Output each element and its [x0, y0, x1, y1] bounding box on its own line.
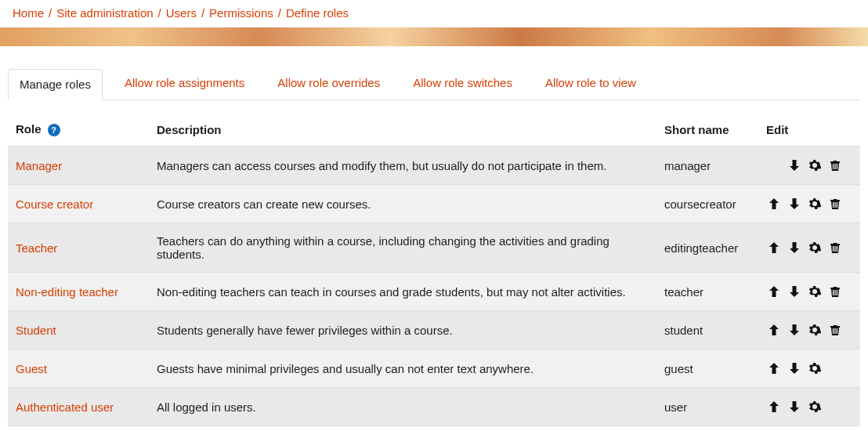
- table-row: ManagerManagers can access courses and m…: [8, 147, 860, 185]
- arrow-up-icon[interactable]: [766, 240, 782, 255]
- table-row: TeacherTeachers can do anything within a…: [8, 223, 860, 273]
- trash-icon[interactable]: [827, 322, 843, 338]
- arrow-down-icon[interactable]: [787, 399, 802, 415]
- role-edit-cell: [758, 388, 860, 426]
- gear-icon[interactable]: [807, 322, 823, 338]
- header-shortname: Short name: [656, 114, 758, 147]
- role-shortname: editingteacher: [656, 223, 758, 273]
- svg-rect-18: [837, 290, 837, 295]
- svg-marker-5: [790, 198, 799, 209]
- arrow-down-icon[interactable]: [787, 158, 802, 173]
- role-link[interactable]: Non-editing teacher: [16, 285, 118, 299]
- arrow-down-icon[interactable]: [787, 322, 802, 338]
- header-role: Role ?: [8, 114, 149, 147]
- role-link[interactable]: Manager: [16, 159, 62, 172]
- svg-marker-25: [790, 363, 799, 374]
- role-shortname: student: [656, 311, 758, 350]
- gear-icon[interactable]: [807, 399, 823, 415]
- svg-rect-6: [833, 202, 834, 208]
- arrow-down-icon[interactable]: [787, 360, 802, 376]
- role-link[interactable]: Authenticated user: [16, 400, 114, 414]
- role-link[interactable]: Course creator: [16, 197, 93, 211]
- svg-rect-2: [834, 164, 835, 169]
- svg-rect-8: [837, 202, 837, 208]
- tab-allow-role-to-view[interactable]: Allow role to view: [534, 68, 647, 98]
- svg-rect-7: [834, 202, 835, 208]
- arrow-up-icon[interactable]: [766, 196, 782, 212]
- svg-marker-15: [790, 286, 799, 297]
- tab-allow-role-overrides[interactable]: Allow role overrides: [266, 68, 391, 98]
- gear-icon[interactable]: [807, 360, 823, 376]
- table-row: Authenticated userAll logged in users.us…: [8, 388, 860, 426]
- course-banner: [0, 27, 868, 46]
- role-edit-cell: [758, 273, 860, 311]
- arrow-up-icon[interactable]: [766, 360, 782, 376]
- tab-allow-role-assignments[interactable]: Allow role assignments: [114, 68, 255, 98]
- trash-icon[interactable]: [827, 284, 843, 299]
- role-description: Managers can access courses and modify t…: [149, 147, 656, 185]
- header-description: Description: [149, 114, 656, 147]
- trash-icon[interactable]: [827, 240, 843, 255]
- header-edit: Edit: [758, 114, 860, 147]
- role-shortname: teacher: [656, 273, 758, 311]
- breadcrumb-link[interactable]: Define roles: [286, 6, 349, 20]
- tabs: Manage rolesAllow role assignmentsAllow …: [8, 68, 860, 100]
- arrow-up-icon[interactable]: [766, 399, 782, 415]
- role-link[interactable]: Teacher: [16, 241, 57, 255]
- svg-marker-10: [790, 242, 799, 253]
- role-shortname: user: [656, 388, 758, 426]
- arrow-up-icon[interactable]: [766, 322, 782, 338]
- gear-icon[interactable]: [807, 158, 823, 173]
- svg-rect-23: [837, 328, 837, 334]
- breadcrumb-link[interactable]: Home: [13, 6, 44, 20]
- svg-rect-16: [833, 290, 834, 295]
- arrow-down-icon[interactable]: [787, 196, 802, 212]
- breadcrumb: Home/Site administration/Users/Permissio…: [0, 0, 868, 27]
- role-edit-cell: [758, 350, 860, 388]
- role-edit-cell: [758, 311, 860, 350]
- role-link[interactable]: Student: [16, 324, 56, 337]
- svg-rect-21: [833, 328, 834, 334]
- gear-icon[interactable]: [807, 196, 823, 212]
- trash-icon[interactable]: [827, 196, 843, 212]
- table-row: StudentStudents generally have fewer pri…: [8, 311, 860, 350]
- svg-marker-20: [790, 324, 799, 335]
- svg-rect-3: [837, 164, 837, 169]
- svg-rect-13: [837, 246, 837, 252]
- role-description: Teachers can do anything within a course…: [149, 223, 656, 273]
- breadcrumb-link[interactable]: Permissions: [209, 6, 273, 20]
- gear-icon[interactable]: [807, 284, 823, 299]
- svg-marker-9: [769, 242, 779, 253]
- role-shortname: manager: [656, 147, 758, 185]
- role-description: Non-editing teachers can teach in course…: [149, 273, 656, 311]
- svg-marker-24: [769, 363, 779, 374]
- svg-rect-1: [833, 164, 834, 169]
- help-icon[interactable]: ?: [48, 124, 60, 136]
- arrow-down-icon[interactable]: [787, 240, 802, 255]
- role-description: All logged in users.: [149, 388, 656, 426]
- svg-marker-26: [769, 401, 779, 412]
- svg-marker-0: [790, 160, 799, 171]
- tab-allow-role-switches[interactable]: Allow role switches: [402, 68, 523, 98]
- role-edit-cell: [758, 147, 860, 185]
- breadcrumb-separator: /: [158, 6, 161, 20]
- trash-icon[interactable]: [827, 158, 843, 173]
- role-shortname: coursecreator: [656, 185, 758, 223]
- role-shortname: guest: [656, 350, 758, 388]
- role-link[interactable]: Guest: [16, 362, 47, 375]
- tab-manage-roles[interactable]: Manage roles: [8, 69, 103, 100]
- breadcrumb-link[interactable]: Users: [166, 6, 197, 20]
- icon-placeholder: [766, 158, 782, 173]
- table-row: Non-editing teacherNon-editing teachers …: [8, 273, 860, 311]
- svg-rect-17: [834, 290, 835, 295]
- breadcrumb-link[interactable]: Site administration: [56, 6, 153, 20]
- breadcrumb-separator: /: [49, 6, 52, 20]
- arrow-up-icon[interactable]: [766, 284, 782, 299]
- role-edit-cell: [758, 223, 860, 273]
- role-description: Students generally have fewer privileges…: [149, 311, 656, 350]
- svg-marker-19: [769, 324, 779, 335]
- svg-rect-11: [833, 246, 834, 252]
- arrow-down-icon[interactable]: [787, 284, 802, 299]
- breadcrumb-separator: /: [201, 6, 204, 20]
- gear-icon[interactable]: [807, 240, 823, 255]
